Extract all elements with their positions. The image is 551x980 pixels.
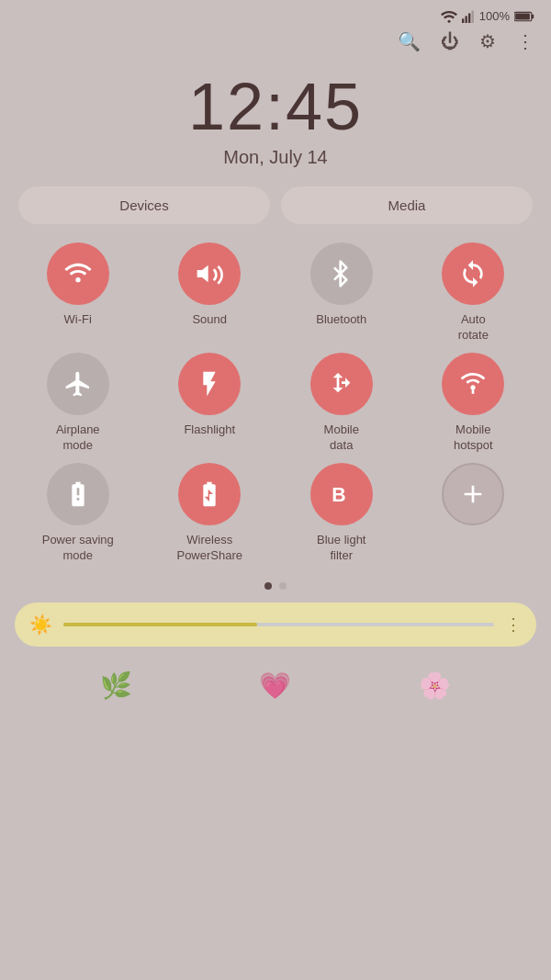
add-toggle[interactable] xyxy=(410,463,537,564)
sound-circle xyxy=(178,242,241,305)
dot-2 xyxy=(279,582,287,590)
sound-toggle[interactable]: Sound xyxy=(147,242,274,344)
bluetooth-label: Bluetooth xyxy=(316,312,366,328)
wifi-status-icon xyxy=(441,10,457,23)
add-circle xyxy=(442,463,504,525)
svg-rect-4 xyxy=(471,10,473,22)
hotspot-circle xyxy=(442,353,504,415)
brightness-track[interactable] xyxy=(63,623,494,626)
mobiledata-circle xyxy=(310,353,373,415)
battery-icon xyxy=(514,10,534,23)
powersaving-circle xyxy=(47,463,109,525)
deco-icon-1: 🌿 xyxy=(100,670,132,701)
devices-tab[interactable]: Devices xyxy=(18,186,270,224)
bluetooth-circle xyxy=(310,242,373,305)
flashlight-toggle[interactable]: Flashlight xyxy=(147,353,274,454)
brightness-more-icon[interactable]: ⋮ xyxy=(505,614,522,635)
bluelight-label: Blue light filter xyxy=(317,533,365,564)
brightness-bar[interactable]: ☀️ ⋮ xyxy=(15,603,536,647)
deco-icon-2: 💗 xyxy=(259,670,291,701)
svg-rect-1 xyxy=(462,18,464,23)
airplane-circle xyxy=(47,353,109,415)
more-icon[interactable]: ⋮ xyxy=(516,30,534,52)
hotspot-toggle[interactable]: Mobile hotspot xyxy=(410,353,537,454)
media-tab[interactable]: Media xyxy=(281,186,533,224)
flashlight-circle xyxy=(178,353,241,415)
hotspot-label: Mobile hotspot xyxy=(454,422,493,454)
powersaving-label: Power saving mode xyxy=(42,533,114,564)
brightness-fill xyxy=(63,623,257,626)
brightness-sun-icon: ☀️ xyxy=(29,614,52,636)
settings-icon[interactable]: ⚙ xyxy=(479,30,496,52)
svg-point-0 xyxy=(447,19,450,22)
svg-marker-9 xyxy=(197,265,208,283)
wifi-label: Wi-Fi xyxy=(64,312,92,328)
svg-rect-3 xyxy=(468,13,470,23)
flashlight-label: Flashlight xyxy=(184,422,235,438)
powersaving-toggle[interactable]: Power saving mode xyxy=(15,463,141,564)
airplane-label: Airplane mode xyxy=(56,422,100,454)
svg-rect-7 xyxy=(532,14,534,18)
clock-time: 12:45 xyxy=(0,71,551,143)
autorotate-toggle[interactable]: Auto rotate xyxy=(410,242,537,344)
bluelight-circle: B xyxy=(310,463,373,525)
search-icon[interactable]: 🔍 xyxy=(398,30,421,52)
clock-area: 12:45 Mon, July 14 xyxy=(0,62,551,186)
mobiledata-label: Mobile data xyxy=(324,422,359,454)
signal-status-icon xyxy=(462,10,475,23)
deco-icon-3: 🌸 xyxy=(419,670,451,701)
svg-rect-6 xyxy=(515,13,530,19)
bluetooth-toggle[interactable]: Bluetooth xyxy=(278,242,405,344)
svg-rect-2 xyxy=(465,16,467,23)
clock-date: Mon, July 14 xyxy=(0,147,551,168)
toolbar: 🔍 ⏻ ⚙ ⋮ xyxy=(0,27,551,62)
wireless-toggle[interactable]: Wireless PowerShare xyxy=(147,463,274,564)
autorotate-circle xyxy=(442,242,504,305)
pagination-dots xyxy=(0,579,551,603)
toggle-grid: Wi-Fi Sound Bluetooth Auto rotate Airpla… xyxy=(0,242,551,578)
airplane-toggle[interactable]: Airplane mode xyxy=(15,353,141,454)
dot-1 xyxy=(264,582,272,590)
status-icons: 100% xyxy=(441,9,534,23)
status-bar: 100% xyxy=(0,0,551,27)
battery-percentage: 100% xyxy=(479,9,510,23)
wireless-label: Wireless PowerShare xyxy=(176,533,242,564)
wifi-toggle[interactable]: Wi-Fi xyxy=(15,242,141,344)
tab-row: Devices Media xyxy=(0,186,551,242)
autorotate-label: Auto rotate xyxy=(458,312,489,344)
wifi-circle xyxy=(47,242,109,305)
power-icon[interactable]: ⏻ xyxy=(441,31,459,52)
svg-text:B: B xyxy=(332,484,345,506)
bottom-deco: 🌿 💗 🌸 xyxy=(0,661,551,710)
svg-point-8 xyxy=(75,277,80,282)
wireless-circle xyxy=(178,463,241,525)
mobiledata-toggle[interactable]: Mobile data xyxy=(278,353,405,454)
sound-label: Sound xyxy=(192,312,227,328)
bluelight-toggle[interactable]: B Blue light filter xyxy=(278,463,405,564)
